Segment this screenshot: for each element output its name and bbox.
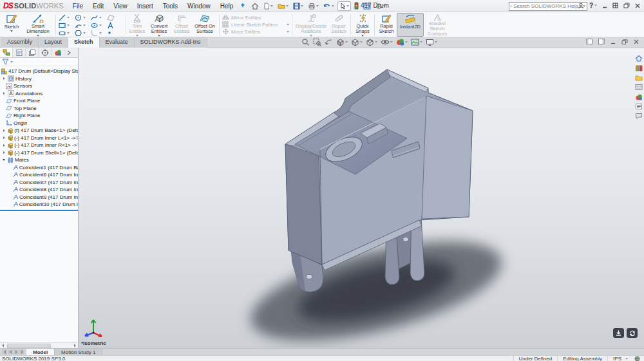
tree-item-mate[interactable]: Coincident7 (417 Drum Inner xyxy=(0,179,78,187)
zoom-to-area-button[interactable] xyxy=(313,38,321,46)
search-input[interactable]: Search SOLIDWORKS Help xyxy=(513,3,578,9)
scrollbar-thumb[interactable] xyxy=(7,344,51,348)
tab-prev-arrow[interactable] xyxy=(8,349,13,355)
tree-item-sensors[interactable]: Sensors xyxy=(0,82,78,90)
tree-item-origin[interactable]: Origin xyxy=(0,120,78,127)
rapid-sketch-button[interactable]: Rapid Sketch xyxy=(376,13,397,37)
doc-restore-button[interactable] xyxy=(621,39,628,44)
tree-item-mate[interactable]: Coincident9 (417 Drum Inner xyxy=(0,194,78,201)
user-account-icon[interactable] xyxy=(578,3,584,9)
search-box[interactable]: Search SOLIDWORKS Help xyxy=(509,2,587,11)
custom-properties-icon[interactable] xyxy=(634,102,643,111)
tab-sketch[interactable]: Sketch xyxy=(68,37,100,48)
tree-item-top-plane[interactable]: Top Plane xyxy=(0,105,78,113)
pane-left-icon[interactable] xyxy=(586,39,592,44)
ellipse-tool[interactable] xyxy=(91,22,102,29)
tab-feature-tree[interactable] xyxy=(0,48,13,57)
slot-tool[interactable] xyxy=(59,30,70,37)
tree-item-history[interactable]: History xyxy=(0,75,78,83)
tree-root[interactable]: 417 Drum (Default<Display State-1>) xyxy=(0,68,78,75)
panel-horizontal-scrollbar[interactable] xyxy=(0,342,78,348)
tree-item-drum-shell[interactable]: (-) 417 Drum Shell<1> (Default<< xyxy=(0,149,78,157)
tree-item-drum-base[interactable]: (f) 417 Drum Base<1> (Default<< xyxy=(0,127,78,134)
menu-help[interactable]: Help xyxy=(220,3,234,10)
section-view-button[interactable] xyxy=(336,38,348,46)
apply-scene-button[interactable] xyxy=(411,38,422,46)
filter-caret[interactable] xyxy=(10,61,13,63)
tree-item-right-plane[interactable]: Right Plane xyxy=(0,112,78,120)
new-document-button[interactable] xyxy=(262,2,274,10)
zoom-to-fit-button[interactable] xyxy=(301,38,310,46)
install-update-button[interactable] xyxy=(613,328,624,338)
doc-close-button[interactable] xyxy=(634,39,639,44)
appearances-icon[interactable] xyxy=(634,93,643,101)
edit-appearance-button[interactable] xyxy=(396,38,408,46)
tab-next-arrow[interactable] xyxy=(14,349,19,355)
tree-item-mate[interactable]: Coincident10 (417 Drum Inne xyxy=(0,201,78,208)
previous-view-button[interactable] xyxy=(325,38,333,46)
hide-show-items-button[interactable] xyxy=(381,38,393,46)
menu-tools[interactable]: Tools xyxy=(163,3,178,10)
tab-evaluate[interactable]: Evaluate xyxy=(100,37,135,48)
tab-solidworks-add-ins[interactable]: SOLIDWORKS Add-Ins xyxy=(135,37,207,48)
file-explorer-icon[interactable] xyxy=(634,73,643,82)
menu-edit[interactable]: Edit xyxy=(93,3,104,10)
help-menu-button[interactable]: ? xyxy=(589,2,597,9)
sync-settings-button[interactable] xyxy=(627,328,638,338)
rectangle-tool[interactable] xyxy=(59,22,70,29)
rollback-bar[interactable] xyxy=(0,210,78,211)
open-document-button[interactable] xyxy=(276,2,290,10)
menu-insert[interactable]: Insert xyxy=(137,3,153,10)
tab-property-manager[interactable] xyxy=(13,48,26,57)
select-tool-button[interactable] xyxy=(337,1,351,11)
point-tool[interactable] xyxy=(107,30,112,35)
pin-icon[interactable] xyxy=(240,3,246,9)
tab-last-arrow[interactable] xyxy=(19,349,24,355)
tree-item-mates[interactable]: Mates xyxy=(0,156,78,164)
instant2d-button[interactable]: Instant2D xyxy=(397,13,424,37)
convert-entities-button[interactable]: Convert Entities xyxy=(147,13,171,37)
sketch-button[interactable]: Sketch xyxy=(1,13,22,37)
restore-button[interactable] xyxy=(623,3,630,8)
graphics-viewport[interactable]: *Isometric xyxy=(79,48,644,348)
tree-item-mate[interactable]: Coincident8 (417 Drum Inner xyxy=(0,186,78,194)
tab-dimxpert-manager[interactable] xyxy=(39,48,52,57)
maximize-button[interactable] xyxy=(612,3,618,8)
tab-model[interactable]: Model xyxy=(26,349,55,355)
tab-first-arrow[interactable] xyxy=(2,349,7,355)
print-button[interactable] xyxy=(307,2,320,10)
view-orientation-button[interactable] xyxy=(351,38,363,46)
menu-file[interactable]: File xyxy=(73,3,83,10)
save-button[interactable] xyxy=(292,2,305,10)
display-style-button[interactable] xyxy=(366,38,377,46)
tree-item-front-plane[interactable]: Front Plane xyxy=(0,97,78,105)
view-palette-icon[interactable] xyxy=(634,83,643,91)
tab-assembly[interactable]: Assembly xyxy=(1,37,39,48)
menu-window[interactable]: Window xyxy=(187,3,211,10)
line-tool[interactable] xyxy=(59,14,70,21)
smart-dimension-button[interactable]: Smart Dimension xyxy=(22,13,54,37)
view-settings-button[interactable] xyxy=(426,39,437,46)
panel-tabs-overflow[interactable] xyxy=(64,48,73,57)
text-tool[interactable] xyxy=(107,22,114,29)
polygon-tool[interactable] xyxy=(75,30,86,37)
home-button[interactable] xyxy=(250,2,260,10)
doc-minimize-button[interactable] xyxy=(611,39,616,44)
tab-configuration-manager[interactable] xyxy=(26,48,39,57)
tree-item-mate[interactable]: Coincident1 (417 Drum Base< xyxy=(0,164,78,172)
tree-item-drum-inner-l[interactable]: (-) 417 Drum Inner L<1> ->? (Def... xyxy=(0,134,78,142)
cad-model[interactable] xyxy=(79,48,644,348)
tab-layout[interactable]: Layout xyxy=(39,37,68,48)
tree-item-annotations[interactable]: Annotations xyxy=(0,90,78,98)
menu-view[interactable]: View xyxy=(113,3,128,10)
tab-display-manager[interactable] xyxy=(52,48,64,57)
pane-right-icon[interactable] xyxy=(598,39,605,44)
tree-item-mate[interactable]: Coincident6 (417 Drum Inner xyxy=(0,171,78,179)
performance-evaluation-icon[interactable] xyxy=(353,1,360,10)
minimize-button[interactable] xyxy=(602,3,607,8)
quick-snaps-button[interactable]: Quick Snaps xyxy=(352,13,373,37)
spline-tool[interactable] xyxy=(91,14,102,21)
circle-tool[interactable] xyxy=(75,14,86,21)
design-library-icon[interactable] xyxy=(634,64,643,72)
tab-motion-study-1[interactable]: Motion Study 1 xyxy=(55,349,102,355)
